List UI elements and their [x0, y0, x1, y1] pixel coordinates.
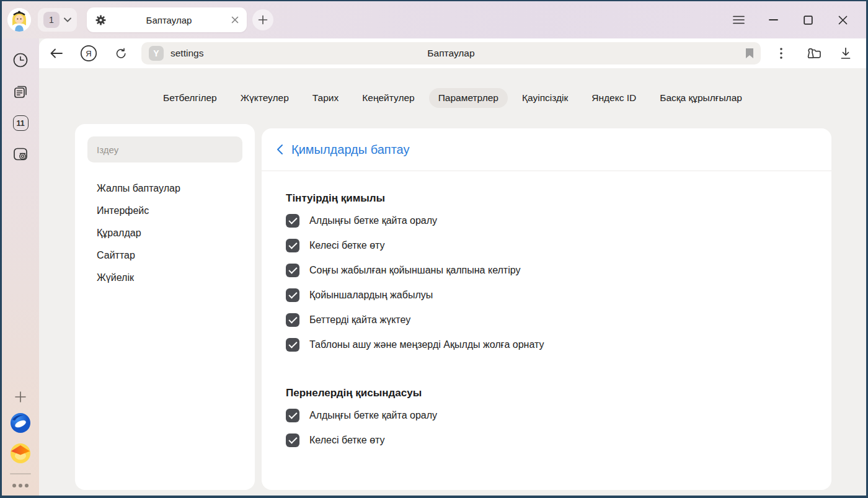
checkbox-label: Алдыңғы бетке қайта оралу	[309, 410, 437, 421]
tab-strip: 1 Баптаулар	[2, 1, 866, 38]
add-rail-icon[interactable]	[14, 391, 27, 403]
checkbox-checked-icon[interactable]	[286, 313, 299, 327]
checkbox-label: Қойыншалардың жабылуы	[309, 290, 433, 301]
window-menu-icon[interactable]	[732, 14, 745, 26]
maximize-icon[interactable]	[802, 14, 814, 26]
refresh-icon[interactable]	[112, 44, 130, 63]
settings-menu-item[interactable]: Құралдар	[87, 222, 242, 244]
browser-toolbar: Я Y settings Баптаулар	[39, 38, 866, 68]
checkbox-label: Соңғы жабылған қойыншаны қалпына келтіру	[309, 265, 520, 276]
checkbox-option[interactable]: Қойыншалардың жабылуы	[286, 283, 807, 308]
address-bar[interactable]: Y settings Баптаулар	[141, 42, 761, 64]
nav-tab[interactable]: Яндекс ID	[582, 88, 645, 108]
feed-icon[interactable]	[12, 84, 29, 100]
page-title: Баптаулар	[141, 48, 761, 59]
tab-group-selector[interactable]: 1	[38, 8, 77, 32]
yandex-search-icon[interactable]: Я	[79, 44, 98, 63]
download-icon[interactable]	[836, 44, 855, 63]
checkbox-checked-icon[interactable]	[286, 338, 299, 352]
close-icon[interactable]	[836, 14, 849, 26]
nav-tab[interactable]: Басқа құрылғылар	[650, 88, 751, 108]
tab-group-count: 1	[43, 12, 60, 28]
search-input[interactable]	[87, 136, 242, 162]
browser-window: 1 Баптаулар	[0, 0, 868, 498]
checkbox-option[interactable]: Алдыңғы бетке қайта оралу	[286, 208, 807, 233]
back-chevron-icon[interactable]	[277, 144, 283, 155]
checkbox-option[interactable]: Таблоны ашу және меңзерді Ақылды жолға о…	[286, 332, 807, 357]
settings-panel: Қимылдарды баптау Тінтуірдің қимылыАлдың…	[262, 128, 831, 490]
toolbar-menu-icon[interactable]	[772, 44, 790, 63]
settings-section: Тінтуірдің қимылыАлдыңғы бетке қайта ора…	[286, 192, 807, 357]
checkbox-checked-icon[interactable]	[286, 239, 299, 252]
settings-menu-item[interactable]: Жүйелік	[87, 267, 242, 289]
avatar[interactable]	[7, 8, 31, 32]
nav-tab[interactable]: Параметрлер	[429, 88, 508, 108]
checkbox-checked-icon[interactable]	[286, 264, 299, 277]
panel-header: Қимылдарды баптау	[262, 128, 831, 171]
checkbox-option[interactable]: Келесі бетке өту	[286, 428, 807, 453]
gear-icon	[95, 14, 107, 26]
settings-nav-tabs: БетбелгілерЖүктеулерТарихКеңейтулерПарам…	[39, 88, 866, 108]
more-icon[interactable]	[12, 484, 29, 487]
tab-counter-icon[interactable]: 11	[13, 115, 29, 131]
checkbox-checked-icon[interactable]	[286, 214, 299, 228]
section-title: Тінтуірдің қимылы	[286, 192, 807, 205]
chevron-down-icon	[64, 17, 71, 22]
site-badge-icon: Y	[149, 46, 164, 61]
collections-icon[interactable]	[804, 44, 823, 63]
checkbox-label: Келесі бетке өту	[309, 435, 385, 446]
nav-tab[interactable]: Кеңейтулер	[353, 88, 423, 108]
settings-menu-item[interactable]: Сайттар	[87, 244, 242, 267]
checkbox-option[interactable]: Беттерді қайта жүктеу	[286, 308, 807, 332]
checkbox-label: Таблоны ашу және меңзерді Ақылды жолға о…	[309, 339, 544, 350]
nav-tab[interactable]: Қауіпсіздік	[513, 88, 577, 108]
yandex-app-logo-icon[interactable]	[10, 443, 31, 464]
section-title: Пернелердің қисындасуы	[286, 387, 807, 399]
tab-close-icon[interactable]	[231, 16, 239, 24]
window-controls	[732, 14, 856, 26]
checkbox-option[interactable]: Соңғы жабылған қойыншаны қалпына келтіру	[286, 258, 807, 283]
checkbox-label: Алдыңғы бетке қайта оралу	[309, 215, 437, 226]
sections-container: Тінтуірдің қимылыАлдыңғы бетке қайта ора…	[262, 171, 831, 453]
avatar-illustration	[7, 8, 31, 32]
back-icon[interactable]	[47, 44, 66, 63]
tab-title: Баптаулар	[107, 15, 231, 25]
checkbox-checked-icon[interactable]	[286, 434, 299, 447]
checkbox-option[interactable]: Келесі бетке өту	[286, 233, 807, 258]
nav-tab[interactable]: Бетбелгілер	[154, 88, 226, 108]
checkbox-option[interactable]: Алдыңғы бетке қайта оралу	[286, 403, 807, 428]
settings-menu: Жалпы баптауларИнтерфейсҚұралдарСайттарЖ…	[87, 177, 242, 289]
rail-divider	[10, 473, 31, 474]
settings-menu-item[interactable]: Интерфейс	[87, 200, 242, 222]
checkbox-label: Беттерді қайта жүктеу	[309, 314, 410, 326]
history-icon[interactable]	[12, 52, 29, 68]
bookmark-icon[interactable]	[745, 48, 754, 59]
checkbox-checked-icon[interactable]	[286, 409, 299, 422]
url-text: settings	[170, 48, 203, 59]
settings-menu-item[interactable]: Жалпы баптаулар	[87, 177, 242, 200]
screenshot-camera-icon[interactable]	[12, 146, 29, 162]
nav-tab[interactable]: Жүктеулер	[231, 88, 298, 108]
svg-text:Я: Я	[86, 49, 91, 58]
browser-logo-icon[interactable]	[10, 412, 31, 434]
checkbox-label: Келесі бетке өту	[309, 240, 385, 251]
panel-title: Қимылдарды баптау	[291, 143, 409, 157]
settings-section: Пернелердің қисындасуыАлдыңғы бетке қайт…	[286, 387, 807, 453]
settings-page: БетбелгілерЖүктеулерТарихКеңейтулерПарам…	[39, 68, 866, 496]
browser-side-rail: 11	[2, 38, 39, 496]
tab-settings[interactable]: Баптаулар	[87, 7, 247, 32]
new-tab-button[interactable]	[252, 9, 273, 30]
settings-sidebar: Жалпы баптауларИнтерфейсҚұралдарСайттарЖ…	[75, 124, 255, 490]
plus-icon	[258, 15, 268, 25]
checkbox-checked-icon[interactable]	[286, 288, 299, 302]
minimize-icon[interactable]	[767, 14, 779, 26]
nav-tab[interactable]: Тарих	[303, 88, 348, 108]
